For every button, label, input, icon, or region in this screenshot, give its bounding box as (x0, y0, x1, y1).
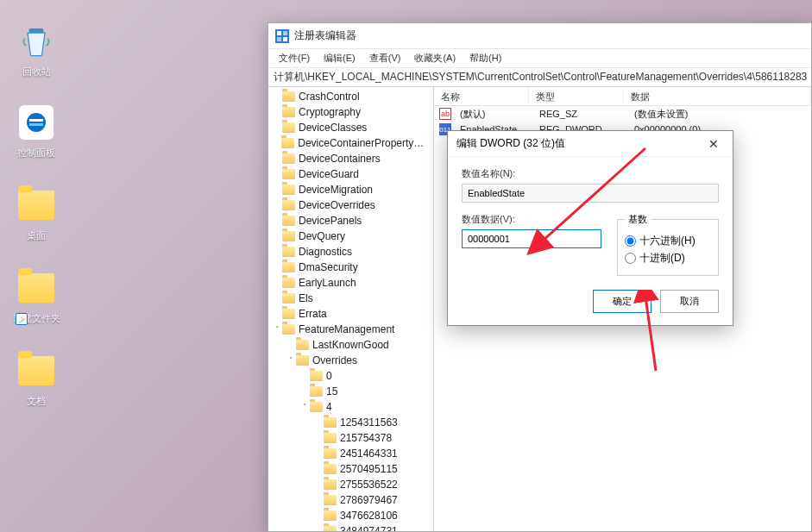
tree-item-label: 0 (326, 370, 332, 382)
tree-item[interactable]: 215754378 (268, 430, 433, 446)
folder-icon (324, 417, 337, 428)
string-value-icon: ab (439, 108, 451, 120)
tree-item[interactable]: DevicePanels (268, 213, 433, 228)
folder-icon (282, 169, 295, 179)
tree-pane[interactable]: CrashControlCryptographyDeviceClassesDev… (268, 87, 434, 531)
menu-edit[interactable]: 编辑(E) (317, 50, 362, 66)
desktop-control-panel[interactable]: 控制面板 (9, 102, 64, 160)
tree-item[interactable]: 15 (268, 384, 433, 399)
svg-rect-1 (29, 119, 43, 122)
tree-item[interactable]: DmaSecurity (268, 260, 433, 275)
address-bar[interactable]: 计算机\HKEY_LOCAL_MACHINE\SYSTEM\CurrentCon… (268, 68, 811, 87)
cell-data: (数值未设置) (627, 108, 811, 121)
tree-item-label: DevQuery (299, 230, 345, 242)
tree-item[interactable]: DeviceMigration (268, 182, 433, 197)
folder-icon (282, 185, 295, 195)
tree-item-label: DeviceOverrides (299, 199, 375, 211)
col-type[interactable]: 类型 (529, 87, 624, 105)
folder-icon (324, 448, 337, 459)
menu-file[interactable]: 文件(F) (272, 50, 317, 66)
tree-item[interactable]: DevQuery (268, 228, 433, 244)
folder-icon (324, 479, 337, 490)
tree-item[interactable]: Els (268, 291, 433, 306)
tree-item[interactable]: ˅FeatureManagement (268, 322, 433, 337)
close-icon[interactable]: ✕ (703, 137, 724, 151)
folder-icon (282, 247, 295, 257)
menu-favorites[interactable]: 收藏夹(A) (407, 50, 463, 66)
radio-hex-label: 十六进制(H) (639, 234, 696, 248)
folder-icon (296, 355, 309, 366)
tree-item[interactable]: DeviceContainers (268, 151, 433, 166)
tree-item[interactable]: Diagnostics (268, 244, 433, 260)
tree-item[interactable]: 3484974731 (268, 523, 433, 531)
recycle-bin-label: 回收站 (9, 66, 64, 78)
col-name[interactable]: 名称 (434, 87, 529, 105)
tree-item[interactable]: Errata (268, 306, 433, 322)
control-panel-icon (16, 102, 57, 143)
dialog-titlebar[interactable]: 编辑 DWORD (32 位)值 ✕ (448, 131, 733, 157)
collapse-icon[interactable]: ˅ (272, 325, 282, 334)
radio-dec-input[interactable] (625, 253, 636, 264)
tree-item-label: DeviceContainers (299, 153, 381, 165)
control-panel-label: 控制面板 (9, 147, 64, 160)
folder-icon (282, 262, 295, 272)
folder-icon (282, 231, 295, 241)
menu-view[interactable]: 查看(V) (362, 50, 408, 66)
col-data[interactable]: 数据 (624, 87, 811, 105)
tree-item[interactable]: 2755536522 (268, 477, 433, 492)
tree-item-label: CrashControl (299, 91, 360, 103)
tree-item-label: Overrides (312, 354, 357, 366)
titlebar[interactable]: 注册表编辑器 (268, 23, 811, 49)
value-data-input[interactable] (462, 229, 601, 248)
radio-hex-input[interactable] (625, 235, 636, 247)
tree-item[interactable]: DeviceGuard (268, 166, 433, 182)
folder-icon (282, 278, 295, 288)
folder-icon (324, 526, 337, 531)
tree-item[interactable]: 3476628106 (268, 508, 433, 523)
tree-item[interactable]: CrashControl (268, 89, 433, 104)
tree-item-label: EarlyLaunch (299, 277, 356, 289)
tree-item[interactable]: LastKnownGood (268, 337, 433, 353)
folder-icon (282, 107, 295, 117)
folder-icon (324, 464, 337, 474)
svg-rect-5 (283, 31, 287, 35)
collapse-icon[interactable]: ˅ (299, 403, 310, 411)
folder-icon (281, 138, 294, 148)
collapse-icon[interactable]: ˅ (286, 356, 296, 365)
tree-item[interactable]: Cryptography (268, 104, 433, 120)
desktop-folder-1[interactable]: 桌面 (9, 185, 64, 242)
tree-item[interactable]: 2570495115 (268, 461, 433, 477)
tree-item[interactable]: DeviceClasses (268, 120, 433, 135)
tree-item[interactable]: DeviceOverrides (268, 197, 433, 213)
cell-type: REG_SZ (532, 109, 627, 119)
folder-icon (282, 324, 295, 335)
base-fieldset: 基数 十六进制(H) 十进制(D) (617, 213, 719, 276)
tree-item[interactable]: DeviceContainerPropertyUpda (268, 135, 433, 151)
tree-item[interactable]: 2451464331 (268, 446, 433, 461)
radio-hex[interactable]: 十六进制(H) (625, 234, 711, 248)
ok-button[interactable]: 确定 (593, 290, 651, 313)
tree-item[interactable]: 2786979467 (268, 492, 433, 508)
menu-help[interactable]: 帮助(H) (463, 50, 508, 66)
tree-item[interactable]: ˅Overrides (268, 353, 433, 368)
folder-icon (282, 122, 295, 133)
tree-item-label: FeatureManagement (299, 323, 394, 335)
tree-item[interactable]: ˅4 (268, 399, 433, 415)
value-name-field: EnabledState (462, 184, 719, 203)
desktop-recycle-bin[interactable]: 回收站 (9, 21, 64, 78)
desktop-folder-2[interactable]: ↗ 新建文件夹 (9, 267, 64, 325)
folder-icon (282, 153, 295, 164)
folder-icon (282, 309, 295, 319)
tree-item-label: 215754378 (340, 432, 392, 444)
tree-item[interactable]: EarlyLaunch (268, 275, 433, 291)
folder-icon (282, 293, 295, 304)
desktop-folder-3[interactable]: 文档 (9, 350, 64, 408)
tree-item-label: DmaSecurity (299, 261, 358, 273)
radio-dec[interactable]: 十进制(D) (625, 251, 711, 266)
folder-icon (324, 510, 337, 521)
tree-item[interactable]: 1254311563 (268, 415, 433, 430)
tree-item[interactable]: 0 (268, 368, 433, 384)
tree-item-label: DeviceContainerPropertyUpda (298, 137, 430, 149)
cancel-button[interactable]: 取消 (660, 290, 719, 313)
list-row[interactable]: ab(默认)REG_SZ(数值未设置) (434, 106, 811, 122)
